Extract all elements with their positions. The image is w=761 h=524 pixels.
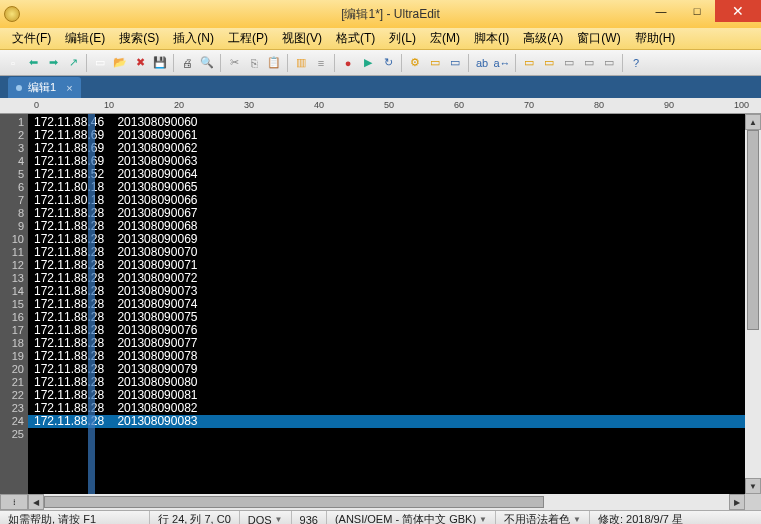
line-number[interactable]: 17 [0,324,24,337]
line-number[interactable]: 20 [0,363,24,376]
view2-icon[interactable]: ≡ [312,54,330,72]
tab-close-icon[interactable]: × [66,82,72,94]
toolbar-separator [287,54,288,72]
menu-item[interactable]: 插入(N) [167,28,220,49]
horizontal-scrollbar[interactable]: ⁞ ◀ ▶ [0,494,761,510]
vscroll-thumb[interactable] [747,130,759,330]
hscroll-thumb[interactable] [44,496,544,508]
scroll-down-icon[interactable]: ▼ [745,478,761,494]
scroll-up-icon[interactable]: ▲ [745,114,761,130]
t6-icon[interactable]: ▭ [560,54,578,72]
rec-icon[interactable]: ● [339,54,357,72]
line-number[interactable]: 4 [0,155,24,168]
line-number[interactable]: 7 [0,194,24,207]
tool2-icon[interactable]: ▭ [426,54,444,72]
minimize-button[interactable]: — [643,0,679,22]
status-help: 如需帮助, 请按 F1 [0,511,150,524]
line-number[interactable]: 25 [0,428,24,441]
save-icon[interactable]: 💾 [151,54,169,72]
replace-icon[interactable]: a↔ [493,54,511,72]
print-icon[interactable]: 🖨 [178,54,196,72]
t7-icon[interactable]: ▭ [580,54,598,72]
open-icon[interactable]: 📂 [111,54,129,72]
split-handle[interactable]: ⁞ [0,494,28,510]
status-mode[interactable]: DOS▼ [240,511,292,524]
copy-icon[interactable]: ⎘ [245,54,263,72]
cut-icon[interactable]: ✂ [225,54,243,72]
status-encoding[interactable]: (ANSI/OEM - 简体中文 GBK)▼ [327,511,496,524]
preview-icon[interactable]: 🔍 [198,54,216,72]
menu-item[interactable]: 视图(V) [276,28,328,49]
line-number[interactable]: 16 [0,311,24,324]
stop-icon[interactable]: ↻ [379,54,397,72]
line-number[interactable]: 1 [0,116,24,129]
menu-item[interactable]: 格式(T) [330,28,381,49]
status-position: 行 24, 列 7, C0 [150,511,240,524]
line-number[interactable]: 14 [0,285,24,298]
view1-icon[interactable]: ▥ [292,54,310,72]
line-number[interactable]: 15 [0,298,24,311]
scroll-left-icon[interactable]: ◀ [28,494,44,510]
fwd-icon[interactable]: ➡ [44,54,62,72]
title-bar[interactable]: [编辑1*] - UltraEdit — □ ✕ [0,0,761,28]
line-number[interactable]: 5 [0,168,24,181]
t4-icon[interactable]: ▭ [520,54,538,72]
ruler-tick: 30 [244,100,314,110]
scroll-right-icon[interactable]: ▶ [729,494,745,510]
help-icon[interactable]: ? [627,54,645,72]
line-number[interactable]: 12 [0,259,24,272]
editor-line[interactable] [28,428,745,441]
line-number[interactable]: 2 [0,129,24,142]
status-codepage: 936 [292,511,327,524]
line-number[interactable]: 21 [0,376,24,389]
text-editor[interactable]: 172.11.88.46 201308090060172.11.88.69 20… [28,114,745,494]
editor-area: 1234567891011121314151617181920212223242… [0,114,761,494]
close-icon[interactable]: ✖ [131,54,149,72]
line-number[interactable]: 19 [0,350,24,363]
line-number[interactable]: 18 [0,337,24,350]
line-number[interactable]: 11 [0,246,24,259]
line-number[interactable]: 13 [0,272,24,285]
menu-item[interactable]: 文件(F) [6,28,57,49]
t8-icon[interactable]: ▭ [600,54,618,72]
up-icon[interactable]: ↗ [64,54,82,72]
tab-bar: 编辑1 × [0,76,761,98]
back-icon[interactable]: ⬅ [24,54,42,72]
menu-item[interactable]: 脚本(I) [468,28,515,49]
vertical-scrollbar[interactable]: ▲ ▼ [745,114,761,494]
close-window-button[interactable]: ✕ [715,0,761,22]
status-syntax[interactable]: 不用语法着色▼ [496,511,590,524]
line-number[interactable]: 24 [0,415,24,428]
menu-item[interactable]: 窗口(W) [571,28,626,49]
line-number[interactable]: 9 [0,220,24,233]
line-number[interactable]: 6 [0,181,24,194]
find-icon[interactable]: ab [473,54,491,72]
line-number-gutter[interactable]: 1234567891011121314151617181920212223242… [0,114,28,494]
maximize-button[interactable]: □ [679,0,715,22]
line-number[interactable]: 23 [0,402,24,415]
menu-item[interactable]: 搜索(S) [113,28,165,49]
tab-edit1[interactable]: 编辑1 × [8,77,81,98]
line-number[interactable]: 10 [0,233,24,246]
tool1-icon[interactable]: ⚙ [406,54,424,72]
menu-item[interactable]: 帮助(H) [629,28,682,49]
menu-item[interactable]: 编辑(E) [59,28,111,49]
line-number[interactable]: 3 [0,142,24,155]
ruler-tick: 50 [384,100,454,110]
editor-line[interactable]: 172.11.88.28 201308090083 [28,415,745,428]
ruler[interactable]: 0102030405060708090100 [0,98,761,114]
tool3-icon[interactable]: ▭ [446,54,464,72]
toolbar: ▫⬅➡↗▭📂✖💾🖨🔍✂⎘📋▥≡●▶↻⚙▭▭aba↔▭▭▭▭▭? [0,50,761,76]
play-icon[interactable]: ▶ [359,54,377,72]
new-file-icon[interactable]: ▭ [91,54,109,72]
menu-item[interactable]: 列(L) [383,28,422,49]
menu-item[interactable]: 高级(A) [517,28,569,49]
t5-icon[interactable]: ▭ [540,54,558,72]
line-number[interactable]: 22 [0,389,24,402]
menu-item[interactable]: 宏(M) [424,28,466,49]
new-icon[interactable]: ▫ [4,54,22,72]
paste-icon[interactable]: 📋 [265,54,283,72]
menu-item[interactable]: 工程(P) [222,28,274,49]
ruler-tick: 90 [664,100,734,110]
line-number[interactable]: 8 [0,207,24,220]
